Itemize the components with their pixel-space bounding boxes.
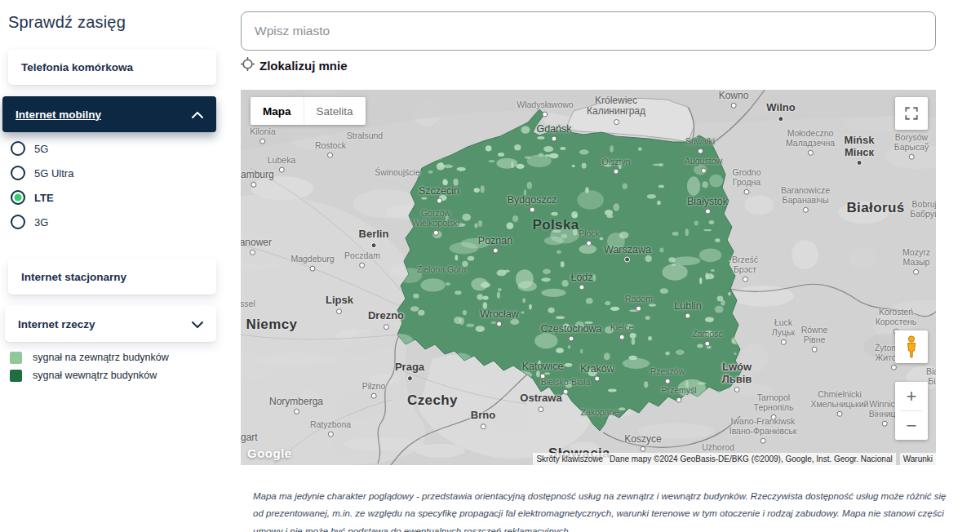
- keyboard-shortcuts-link[interactable]: Skróty klawiszowe: [533, 453, 606, 465]
- legend-swatch: [10, 370, 22, 382]
- pegman-control[interactable]: [895, 330, 928, 363]
- legend-item: sygnał wewnątrz budynków: [10, 369, 157, 382]
- map-type-control: Mapa Satelita: [251, 97, 366, 125]
- radio-label: 5G Ultra: [34, 167, 73, 180]
- legend-swatch: [10, 352, 22, 364]
- google-logo[interactable]: Google: [247, 446, 292, 460]
- map-type-map-button[interactable]: Mapa: [251, 97, 304, 125]
- sidebar-item-internet-mobilny[interactable]: Internet mobilny: [2, 96, 216, 132]
- radio-circle[interactable]: [11, 190, 25, 205]
- map-base: [241, 90, 936, 465]
- map-type-satellite-button[interactable]: Satelita: [304, 97, 366, 125]
- map-attribution: Skróty klawiszowe Dane mapy ©2024 GeoBas…: [533, 453, 936, 465]
- locate-icon: [241, 57, 255, 73]
- sidebar: Sprawdź zasięg Telefonia komórkowa Inter…: [0, 0, 224, 532]
- legend-item: sygnał na zewnątrz budynków: [10, 351, 169, 364]
- radio-circle[interactable]: [11, 166, 25, 180]
- locate-me-button[interactable]: Zlokalizuj mnie: [241, 57, 348, 73]
- radio-option-5g[interactable]: 5G: [11, 139, 48, 158]
- radio-option-lte[interactable]: LTE: [11, 188, 54, 207]
- chevron-down-icon: [192, 317, 203, 331]
- map-disclaimer: Mapa ma jedynie charakter poglądowy - pr…: [253, 488, 953, 532]
- map-data-credit: Dane mapy ©2024 GeoBasis-DE/BKG (©2009),…: [606, 453, 896, 465]
- fullscreen-icon: [904, 106, 919, 121]
- radio-option-5g-ultra[interactable]: 5G Ultra: [11, 163, 73, 183]
- locate-me-label: Zlokalizuj mnie: [259, 59, 348, 73]
- pegman-icon: [905, 335, 918, 358]
- zoom-in-button[interactable]: +: [895, 382, 928, 410]
- radio-circle[interactable]: [11, 141, 25, 156]
- sidebar-item-label: Internet rzeczy: [18, 318, 95, 330]
- radio-circle[interactable]: [11, 215, 25, 229]
- search-input[interactable]: [241, 11, 936, 51]
- zoom-out-button[interactable]: −: [895, 411, 928, 440]
- radio-option-3g[interactable]: 3G: [11, 212, 48, 232]
- chevron-up-icon: [192, 107, 203, 122]
- page-title: Sprawdź zasięg: [8, 13, 126, 32]
- sidebar-item-label: Internet mobilny: [16, 109, 101, 121]
- sidebar-item-internet-stacjonarny[interactable]: Internet stacjonarny: [8, 259, 216, 295]
- legend-label: sygnał wewnątrz budynków: [33, 370, 157, 381]
- map-canvas[interactable]: KiloniaStralsundRostockLubekaHamburgHano…: [241, 90, 936, 465]
- sidebar-item-label: Internet stacjonarny: [21, 271, 126, 283]
- fullscreen-button[interactable]: [895, 97, 928, 130]
- sidebar-item-telefonia-komorkowa[interactable]: Telefonia komórkowa: [8, 49, 216, 85]
- radio-label: 5G: [34, 143, 48, 155]
- radio-label: LTE: [34, 192, 54, 204]
- coverage-checker-page: Sprawdź zasięg Telefonia komórkowa Inter…: [0, 0, 980, 532]
- sidebar-item-label: Telefonia komórkowa: [21, 61, 133, 73]
- legend-label: sygnał na zewnątrz budynków: [33, 352, 169, 363]
- sidebar-item-internet-rzeczy[interactable]: Internet rzeczy: [5, 306, 216, 342]
- zoom-control: + −: [895, 382, 928, 440]
- terms-link[interactable]: Warunki: [900, 453, 936, 465]
- radio-label: 3G: [34, 216, 48, 228]
